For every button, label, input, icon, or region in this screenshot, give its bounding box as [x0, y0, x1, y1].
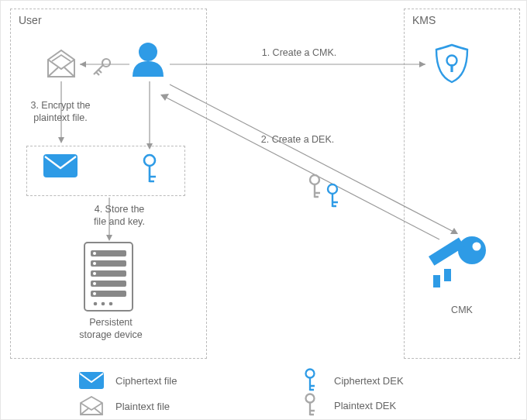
- svg-rect-29: [444, 269, 451, 281]
- svg-point-26: [473, 243, 481, 251]
- svg-point-23: [102, 302, 105, 306]
- svg-rect-28: [433, 275, 440, 287]
- svg-marker-3: [419, 61, 425, 67]
- legend-plaintext-dek: Plaintext DEK: [297, 393, 396, 418]
- plaintext-file-icon: [48, 50, 74, 77]
- svg-point-17: [93, 252, 96, 255]
- svg-point-20: [93, 282, 96, 285]
- shield-icon: [436, 45, 467, 82]
- legend-label: Plaintext file: [115, 401, 170, 412]
- svg-rect-5: [450, 64, 453, 72]
- svg-point-18: [93, 262, 96, 265]
- plaintext-dek-on-arrow-icon: [310, 175, 320, 198]
- svg-rect-34: [79, 372, 104, 389]
- svg-marker-7: [146, 143, 153, 150]
- cmk-key-icon: [429, 236, 486, 287]
- step3-label: 3. Encrypt the plaintext file.: [18, 100, 103, 124]
- legend-label: Ciphertext file: [115, 375, 177, 387]
- step2-label: 2. Create a DEK.: [247, 134, 348, 146]
- ciphertext-dek-legend-icon: [297, 368, 323, 393]
- plaintext-dek-legend-icon: [297, 393, 323, 418]
- svg-point-25: [458, 236, 486, 264]
- step1-label: 1. Create a CMK.: [245, 47, 353, 60]
- legend-label: Plaintext DEK: [334, 400, 396, 411]
- svg-marker-31: [160, 94, 169, 101]
- ciphertext-file-icon: [43, 154, 78, 177]
- svg-point-24: [109, 302, 113, 306]
- diagram-canvas: User KMS: [0, 0, 527, 420]
- step4-label: 4. Store the file and key.: [77, 204, 162, 228]
- ciphertext-file-legend-icon: [78, 371, 105, 390]
- plaintext-key-on-arrow-icon: [94, 59, 110, 75]
- svg-point-19: [93, 272, 96, 275]
- ciphertext-dek-on-arrow-icon: [328, 184, 338, 207]
- cmk-label: CMK: [435, 305, 489, 317]
- svg-point-36: [306, 394, 315, 403]
- ciphertext-dek-icon: [144, 155, 156, 182]
- svg-rect-8: [43, 154, 78, 177]
- legend-plaintext-file: Plaintext file: [78, 396, 170, 416]
- svg-marker-6: [58, 137, 64, 143]
- svg-point-9: [144, 155, 155, 166]
- legend-ciphertext-file: Ciphertext file: [78, 371, 177, 390]
- svg-point-33: [328, 184, 337, 194]
- svg-marker-10: [106, 235, 112, 241]
- plaintext-file-legend-icon: [78, 396, 105, 416]
- svg-point-35: [306, 370, 315, 378]
- svg-point-4: [447, 56, 457, 66]
- svg-point-0: [139, 43, 157, 61]
- storage-label: Persistent storage device: [72, 317, 150, 341]
- svg-point-22: [94, 302, 98, 306]
- user-icon: [133, 43, 164, 77]
- legend-label: Ciphertext DEK: [334, 375, 404, 387]
- svg-point-21: [93, 292, 96, 295]
- svg-point-32: [310, 175, 319, 184]
- legend-ciphertext-dek: Ciphertext DEK: [297, 368, 404, 393]
- storage-device-icon: [84, 243, 133, 311]
- svg-marker-2: [80, 61, 86, 67]
